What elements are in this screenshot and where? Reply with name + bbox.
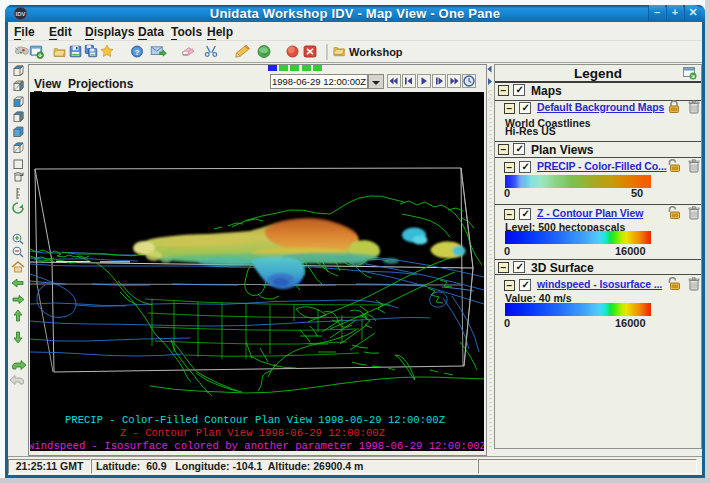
svg-text:windspeed - Isosurface colored: windspeed - Isosurface colored by anothe…: [30, 440, 484, 451]
svg-text:PRECIP - Color-Filled Contour: PRECIP - Color-Filled Contour Plan View …: [65, 414, 445, 426]
svg-text:Workshop: Workshop: [349, 46, 403, 58]
svg-text:?: ?: [135, 48, 140, 57]
svg-text:Z - Contour Plan View 1998-06-: Z - Contour Plan View 1998-06-29 12:00:0…: [120, 427, 385, 439]
svg-text:IDV: IDV: [15, 11, 25, 17]
